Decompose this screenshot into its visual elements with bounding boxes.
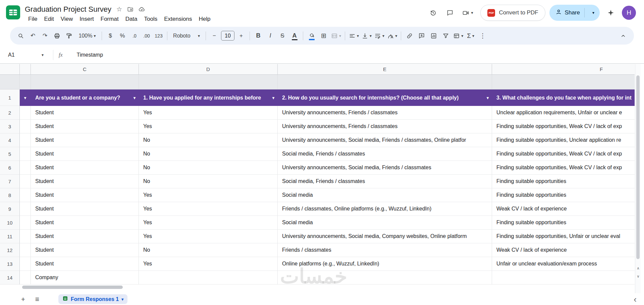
menu-help[interactable]: Help: [195, 15, 214, 23]
insert-chart-icon[interactable]: [428, 29, 440, 42]
cell[interactable]: No: [139, 147, 278, 161]
cell[interactable]: University announcements, Social media, …: [278, 161, 492, 175]
collapse-toolbar-icon[interactable]: [617, 29, 629, 42]
strikethrough-icon[interactable]: S: [276, 29, 288, 42]
filter-icon[interactable]: [440, 29, 452, 42]
collapse-side-panel-icon[interactable]: ‹: [634, 295, 637, 304]
share-button[interactable]: Share ▾: [549, 5, 600, 21]
cell[interactable]: Social media: [278, 188, 492, 202]
cell[interactable]: Yes: [139, 106, 278, 120]
decrease-font-size-icon[interactable]: −: [208, 29, 220, 42]
filter-header-cell[interactable]: 1. Have you applied for any internships …: [139, 89, 278, 106]
cell[interactable]: [492, 271, 635, 285]
cell[interactable]: Student: [31, 120, 139, 133]
row-number[interactable]: 14: [0, 271, 20, 285]
filter-chevron-icon[interactable]: ▾: [133, 96, 136, 100]
cell[interactable]: Social media, Friends / classmates: [278, 147, 492, 161]
cell[interactable]: Finding suitable opportunities, Weak CV …: [492, 147, 635, 161]
insert-link-icon[interactable]: [404, 29, 416, 42]
bold-icon[interactable]: B: [252, 29, 264, 42]
menu-edit[interactable]: Edit: [41, 15, 57, 23]
redo-icon[interactable]: ↷: [39, 29, 51, 42]
cell[interactable]: Social media, Friends / classmates: [278, 175, 492, 188]
number-format-icon[interactable]: 123: [153, 29, 165, 42]
version-history-icon[interactable]: [425, 5, 441, 20]
cell[interactable]: [20, 230, 31, 243]
menu-tools[interactable]: Tools: [141, 15, 161, 23]
cell[interactable]: [20, 216, 31, 230]
formula-input[interactable]: Timestamp: [77, 52, 103, 58]
row-number[interactable]: 10: [0, 216, 20, 230]
cell[interactable]: Finding suitable opportunities, Weak CV …: [492, 120, 635, 133]
search-icon[interactable]: [15, 29, 27, 42]
italic-icon[interactable]: I: [264, 29, 276, 42]
sheet-tab-form-responses[interactable]: Form Responses 1 ▾: [58, 294, 127, 304]
chevron-down-icon[interactable]: ▾: [42, 53, 44, 57]
document-title[interactable]: Graduation Project Survey: [25, 5, 111, 14]
cell[interactable]: Unclear application requirements, Unfair…: [492, 106, 635, 120]
insert-comment-icon[interactable]: [416, 29, 428, 42]
convert-to-pdf-button[interactable]: PDF Convert to PDF: [480, 5, 545, 21]
column-header-e[interactable]: E: [278, 64, 492, 74]
scroll-down-button[interactable]: ∨: [635, 272, 641, 280]
cell[interactable]: Friends / classmates: [278, 243, 492, 257]
cell[interactable]: Yes: [139, 216, 278, 230]
cell[interactable]: Social media: [278, 216, 492, 230]
vertical-align-icon[interactable]: ▾: [360, 29, 373, 42]
cell[interactable]: Friends / classmates, Online platforms (…: [278, 202, 492, 216]
functions-icon[interactable]: Σ▾: [465, 29, 477, 42]
row-number[interactable]: 8: [0, 188, 20, 202]
name-box[interactable]: A1 ▾: [0, 52, 53, 58]
text-color-icon[interactable]: A: [288, 29, 301, 42]
menu-data[interactable]: Data: [122, 15, 141, 23]
row-number[interactable]: 12: [0, 243, 20, 257]
all-sheets-button[interactable]: ≡: [30, 293, 44, 305]
cell[interactable]: [139, 271, 278, 285]
cell[interactable]: Student: [31, 202, 139, 216]
text-wrap-icon[interactable]: ▾: [373, 29, 386, 42]
horizontal-align-icon[interactable]: ▾: [347, 29, 360, 42]
sheets-logo[interactable]: [5, 5, 21, 21]
cell[interactable]: Finding suitable opportunities, Unfair o…: [492, 230, 635, 243]
row-number[interactable]: 5: [0, 147, 20, 161]
meet-button[interactable]: ▾: [459, 5, 476, 20]
add-sheet-button[interactable]: +: [16, 293, 30, 305]
cell[interactable]: University announcements, Friends / clas…: [278, 120, 492, 133]
cell[interactable]: [20, 188, 31, 202]
cell[interactable]: Student: [31, 106, 139, 120]
text-rotation-icon[interactable]: ▾: [386, 29, 398, 42]
cell[interactable]: [20, 175, 31, 188]
menu-file[interactable]: File: [25, 15, 41, 23]
cell[interactable]: [20, 257, 31, 271]
cell[interactable]: University announcements, Social media, …: [278, 133, 492, 147]
filter-chevron-icon[interactable]: ▾: [24, 96, 26, 100]
merge-cells-icon[interactable]: ▾: [330, 29, 342, 42]
cell[interactable]: Weak CV / lack of experience: [492, 202, 635, 216]
filter-chevron-icon[interactable]: ▾: [487, 96, 489, 100]
vertical-scrollbar[interactable]: ∧ ∨: [635, 64, 641, 293]
filter-header-cell[interactable]: ▾: [20, 89, 31, 106]
print-icon[interactable]: [51, 29, 63, 42]
cell[interactable]: Finding suitable opportunities: [492, 175, 635, 188]
cloud-status-icon[interactable]: [139, 6, 145, 12]
cell[interactable]: Student: [31, 230, 139, 243]
paint-format-icon[interactable]: [63, 29, 75, 42]
gemini-icon[interactable]: [603, 5, 619, 20]
share-menu-chevron[interactable]: ▾: [589, 10, 598, 15]
percent-format-icon[interactable]: %: [116, 29, 128, 42]
filter-views-icon[interactable]: ▾: [452, 29, 465, 42]
zoom-select[interactable]: 100%▾: [75, 29, 99, 42]
cell[interactable]: Unfair or unclear evaluation/exam proces…: [492, 257, 635, 271]
row-number[interactable]: 13: [0, 257, 20, 271]
sheet-tab-menu-chevron[interactable]: ▾: [121, 297, 123, 301]
cell[interactable]: [20, 243, 31, 257]
row-number[interactable]: 7: [0, 175, 20, 188]
cell[interactable]: [20, 147, 31, 161]
row-number[interactable]: 11: [0, 230, 20, 243]
cell[interactable]: Yes: [139, 188, 278, 202]
decrease-decimal-icon[interactable]: .0: [128, 29, 141, 42]
column-header-c[interactable]: C: [31, 64, 139, 74]
cell[interactable]: [20, 202, 31, 216]
column-header-b[interactable]: [20, 64, 31, 74]
cell[interactable]: Student: [31, 133, 139, 147]
